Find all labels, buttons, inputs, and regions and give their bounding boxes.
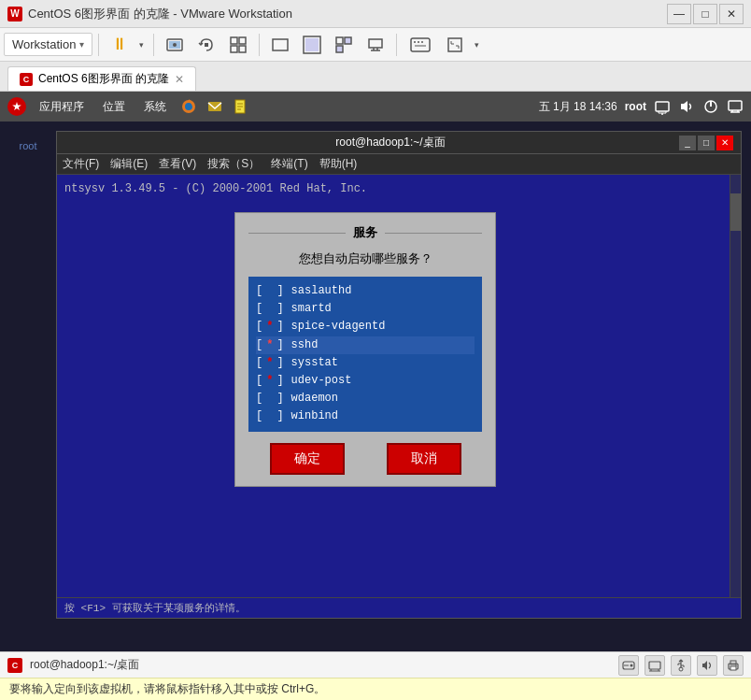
full-screen-button[interactable] (297, 32, 327, 58)
vmware-status-icon: C (7, 658, 22, 673)
vm-tab-icon: C (20, 73, 33, 86)
terminal-menu-file[interactable]: 文件(F) (63, 156, 99, 172)
list-item-sshd[interactable]: [ * ] sshd (256, 336, 475, 354)
terminal-titlebar: root@hadoop1:~/桌面 _ □ ✕ (57, 132, 741, 154)
svg-rect-28 (656, 102, 669, 111)
centos-logo (7, 97, 26, 116)
normal-view-button[interactable] (265, 32, 295, 58)
dialog-service-list[interactable]: [ ] saslauthd [ ] smartd [ (248, 277, 482, 432)
vmware-statusbar: C root@hadoop1:~/桌面 (0, 651, 751, 678)
terminal-content[interactable]: ntsysv 1.3.49.5 - (C) 2000-2001 Red Hat,… (57, 175, 741, 597)
terminal-maximize-btn[interactable]: □ (698, 136, 715, 150)
notification-bar: 要将输入定向到该虚拟机，请将鼠标指针移入其中或按 Ctrl+G。 (0, 678, 751, 700)
vm-tab-label: CentOS 6图形界面 的克隆 (38, 71, 169, 87)
workstation-dropdown-arrow: ▾ (79, 39, 84, 50)
terminal-menu-view[interactable]: 查看(V) (159, 156, 196, 172)
toolbar-separator-1 (98, 34, 99, 56)
workstation-menu[interactable]: Workstation ▾ (4, 33, 92, 56)
guest-view-button[interactable] (361, 32, 390, 58)
toolbar-separator-3 (259, 34, 260, 56)
svg-rect-3 (205, 43, 208, 47)
dialog-cancel-button[interactable]: 取消 (387, 443, 461, 475)
ctrlaltdel-button[interactable] (403, 32, 438, 58)
minimize-button[interactable]: — (667, 4, 691, 24)
vm-display[interactable]: root root@hadoop1:~/桌面 _ □ ✕ 文件(F) 编辑(E)… (0, 121, 751, 651)
keyboard-icon (410, 36, 431, 54)
list-item-saslauthd[interactable]: [ ] saslauthd (256, 282, 475, 300)
dialog-confirm-button[interactable]: 确定 (270, 443, 345, 475)
guestview-icon (366, 36, 385, 54)
vm-tab-centos[interactable]: C CentOS 6图形界面 的克隆 ✕ (7, 66, 196, 91)
guest-system-label: 系统 (144, 99, 166, 115)
guest-topbar: 应用程序 位置 系统 (0, 92, 751, 121)
vm-tabs: C CentOS 6图形界面 的克隆 ✕ (0, 62, 751, 92)
email-icon[interactable] (205, 97, 224, 116)
vmware-icon: W (7, 7, 22, 21)
terminal-statusbar: 按 <F1> 可获取关于某项服务的详情。 (57, 597, 741, 618)
terminal-menu-edit[interactable]: 编辑(E) (110, 156, 148, 172)
list-item-smartd[interactable]: [ ] smartd (256, 300, 475, 318)
terminal-status-text: 按 <F1> 可获取关于某项服务的详情。 (64, 601, 246, 615)
svg-point-45 (735, 664, 737, 666)
service-dialog: 服务 您想自动启动哪些服务？ [ ] saslauthd (234, 212, 496, 487)
guest-topbar-right: 五 1月 18 14:36 root (539, 98, 744, 115)
revert-icon (197, 36, 216, 54)
snap-manager-button[interactable] (223, 32, 253, 58)
svg-point-22 (185, 103, 192, 110)
fit-icon (446, 36, 464, 54)
terminal-window-controls: _ □ ✕ (679, 136, 733, 150)
svg-rect-8 (273, 39, 288, 50)
dialog-title-text: 服务 (346, 224, 385, 241)
terminal-minimize-btn[interactable]: _ (679, 136, 696, 150)
snapshot-button[interactable] (160, 32, 190, 58)
vmware-status-right (618, 655, 744, 676)
close-button[interactable]: ✕ (719, 4, 744, 24)
fit-button[interactable] (440, 32, 470, 58)
list-item-wdaemon[interactable]: [ ] wdaemon (256, 390, 475, 407)
list-item-winbind[interactable]: [ ] winbind (256, 407, 475, 425)
vm-tab-close[interactable]: ✕ (175, 73, 184, 86)
guest-menu-system[interactable]: 系统 (138, 97, 172, 117)
terminal-menu-terminal[interactable]: 终端(T) (271, 156, 307, 172)
guest-menu-apps[interactable]: 应用程序 (34, 97, 90, 117)
status-audio-icon[interactable] (697, 655, 717, 676)
terminal-menu-help[interactable]: 帮助(H) (319, 156, 358, 172)
terminal-close-btn[interactable]: ✕ (716, 136, 733, 150)
guest-location-label: 位置 (103, 99, 125, 115)
unity-icon (334, 36, 353, 54)
pause-dropdown-arrow[interactable]: ▾ (135, 32, 148, 58)
terminal-menu-search[interactable]: 搜索（S） (207, 156, 260, 172)
svg-rect-7 (239, 46, 246, 52)
status-hdd-icon[interactable] (618, 655, 639, 676)
guest-datetime: 五 1月 18 14:36 (539, 99, 617, 115)
maximize-button[interactable]: □ (693, 4, 717, 24)
status-usb-icon[interactable] (671, 655, 691, 676)
svg-rect-12 (345, 37, 351, 44)
list-item-sysstat[interactable]: [ * ] sysstat (256, 354, 475, 372)
edit-icon[interactable] (232, 97, 250, 116)
status-network-icon[interactable] (645, 655, 665, 676)
status-printer-icon[interactable] (723, 655, 744, 676)
snapshot-icon (165, 36, 184, 54)
list-item-udev-post[interactable]: [ * ] udev-post (256, 372, 475, 390)
workstation-label: Workstation (12, 37, 76, 51)
hint-text: 要将输入定向到该虚拟机，请将鼠标指针移入其中或按 Ctrl+G。 (9, 681, 325, 697)
svg-point-2 (173, 43, 177, 47)
vmware-toolbar: Workstation ▾ ⏸ ▾ (0, 28, 751, 62)
terminal-scrollbar[interactable] (730, 175, 741, 597)
terminal-scrollbar-thumb[interactable] (730, 193, 741, 231)
ntsysv-text: ntsysv 1.3.49.5 - (C) 2000-2001 Red Hat,… (64, 182, 367, 195)
svg-rect-32 (729, 101, 742, 110)
power-icon (702, 98, 719, 115)
guest-menu-location[interactable]: 位置 (97, 97, 131, 117)
list-item-spice[interactable]: [ * ] spice-vdagentd (256, 318, 475, 336)
pause-button[interactable]: ⏸ (105, 32, 135, 58)
network-icon (654, 98, 671, 115)
monitor-icon (727, 98, 744, 115)
firefox-icon[interactable] (179, 97, 198, 116)
volume-icon (678, 98, 695, 115)
unity-button[interactable] (329, 32, 359, 58)
dialog-question: 您想自动启动哪些服务？ (248, 250, 482, 267)
fit-dropdown-arrow[interactable]: ▾ (470, 32, 483, 58)
revert-button[interactable] (191, 32, 221, 58)
